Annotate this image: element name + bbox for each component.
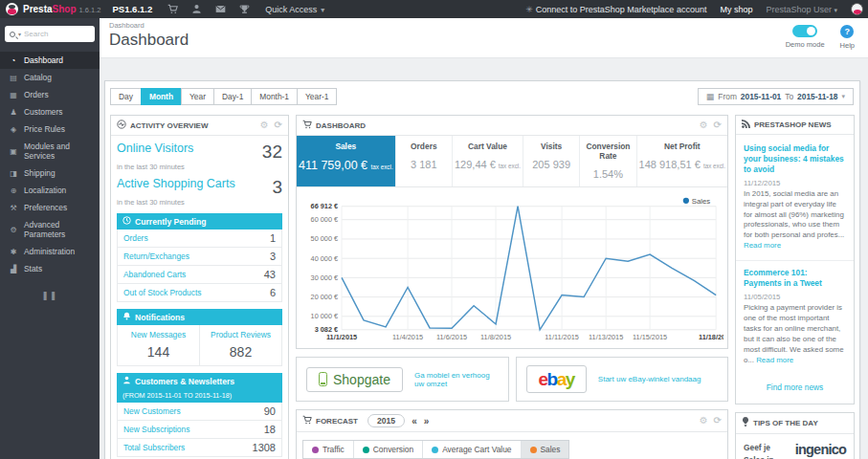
range-day-1-button[interactable]: Day-1 xyxy=(213,88,252,105)
customer-icon[interactable] xyxy=(191,4,202,14)
range-month-button[interactable]: Month xyxy=(141,88,182,105)
news-panel-title: PRESTASHOP NEWS xyxy=(754,120,832,129)
kpi-row: Sales 411 759,00 € tax excl. Orders 3 18… xyxy=(297,136,727,187)
date-toolbar: Day Month Year Day-1 Month-1 Year-1 ▦ Fr… xyxy=(111,88,854,105)
svg-text:11/13/2015: 11/13/2015 xyxy=(589,333,623,341)
sidebar-item-advanced-parameters[interactable]: ⚙Advanced Parameters xyxy=(0,216,100,243)
sidebar-item-dashboard[interactable]: ◔Dashboard xyxy=(0,52,100,69)
sidebar-item-catalog[interactable]: ▤Catalog xyxy=(0,69,100,86)
prev-year-button[interactable]: « xyxy=(412,416,417,426)
gear-icon[interactable]: ⚙ xyxy=(700,120,708,130)
gear-icon[interactable]: ⚙ xyxy=(260,120,269,130)
pending-row-returns[interactable]: Return/Exchanges3 xyxy=(117,248,282,266)
date-range-picker[interactable]: ▦ From2015-11-01 To2015-11-18 ▾ xyxy=(698,88,854,105)
svg-text:11/6/2015: 11/6/2015 xyxy=(436,333,467,341)
search-scope-caret-icon[interactable]: ▾ xyxy=(18,31,21,37)
sidebar-item-orders[interactable]: ▦Orders xyxy=(0,86,100,103)
refresh-icon[interactable]: ⟳ xyxy=(275,120,282,130)
user-menu[interactable]: PrestaShop User ▾ xyxy=(766,5,837,14)
news-article: Ecommerce 101: Payments in a Tweet 11/05… xyxy=(736,260,854,374)
gauge-icon: ◔ xyxy=(9,56,18,65)
sidebar-item-stats[interactable]: ▟Stats xyxy=(0,260,100,277)
page-header: Dashboard Dashboard Demo mode ? Help xyxy=(100,18,868,58)
envelope-icon[interactable] xyxy=(215,4,226,14)
read-more-link[interactable]: Read more xyxy=(744,241,781,250)
prestashop-logo[interactable] xyxy=(6,3,18,15)
svg-text:30 000 €: 30 000 € xyxy=(311,273,339,282)
range-month-1-button[interactable]: Month-1 xyxy=(251,88,298,105)
book-icon: ▤ xyxy=(9,74,18,82)
news-article-title[interactable]: Ecommerce 101: Payments in a Tweet xyxy=(744,268,846,289)
pending-row-orders[interactable]: Orders1 xyxy=(117,230,282,248)
breadcrumb[interactable]: Dashboard xyxy=(109,21,858,30)
refresh-icon[interactable]: ⟳ xyxy=(714,120,722,130)
sidebar-collapse-icon[interactable]: ❚❚ xyxy=(0,291,100,300)
customers-row-new-customers[interactable]: New Customers90 xyxy=(117,403,282,421)
range-day-button[interactable]: Day xyxy=(110,88,142,105)
customers-row-total-subscribers[interactable]: Total Subscribers1308 xyxy=(117,439,282,457)
ebay-ad[interactable]: ebay Start uw eBay-winkel vandaag xyxy=(516,357,729,402)
search-input[interactable] xyxy=(24,30,90,38)
sidebar-item-customers[interactable]: ♟Customers xyxy=(0,103,100,120)
forecast-legend-item[interactable]: Conversion xyxy=(354,441,423,458)
kpi-orders[interactable]: Orders 3 181 xyxy=(396,136,453,186)
find-more-news-link[interactable]: Find more news xyxy=(736,374,854,404)
sidebar-item-preferences[interactable]: ⚒Preferences xyxy=(0,199,100,216)
cart-icon[interactable] xyxy=(167,4,178,14)
marketplace-link[interactable]: ✳Connect to PrestaShop Marketplace accou… xyxy=(525,5,706,14)
help-icon[interactable]: ? xyxy=(840,25,854,38)
kpi-cart-value[interactable]: Cart Value 129,44 € tax excl. xyxy=(453,136,523,186)
news-article-title[interactable]: Using social media for your business: 4 … xyxy=(744,143,846,175)
trophy-icon[interactable] xyxy=(239,4,250,14)
read-more-link[interactable]: Read more xyxy=(756,356,793,364)
wrench-icon: ⚒ xyxy=(9,204,18,212)
kpi-sales[interactable]: Sales 411 759,00 € tax excl. xyxy=(297,136,396,186)
svg-text:11/15/2015: 11/15/2015 xyxy=(633,333,667,341)
sidebar-item-price-rules[interactable]: ◈Price Rules xyxy=(0,120,100,138)
next-year-button[interactable]: » xyxy=(424,416,430,426)
pending-row-out-of-stock[interactable]: Out of Stock Products6 xyxy=(117,284,282,302)
clock-icon xyxy=(122,216,131,227)
user-avatar[interactable] xyxy=(851,3,863,15)
range-year-1-button[interactable]: Year-1 xyxy=(297,88,337,105)
forecast-year[interactable]: 2015 xyxy=(367,414,405,427)
brand[interactable]: PrestaShop1.6.1.2 xyxy=(23,4,101,14)
marketplace-icon: ✳ xyxy=(525,5,533,14)
sidebar-item-shipping[interactable]: ◨Shipping xyxy=(0,164,100,182)
my-shop-link[interactable]: My shop xyxy=(720,5,752,14)
gear-icon[interactable]: ⚙ xyxy=(700,416,708,426)
ebay-link[interactable]: Start uw eBay-winkel vandaag xyxy=(598,375,701,383)
kpi-net-profit[interactable]: Net Profit 148 918,51 € tax excl. xyxy=(637,136,727,186)
range-button-group: Day Month Year Day-1 Month-1 Year-1 xyxy=(111,88,337,105)
shopgate-link[interactable]: Ga mobiel en verhoog uw omzet xyxy=(414,371,499,388)
svg-text:10 000 €: 10 000 € xyxy=(311,312,339,320)
sidebar-item-administration[interactable]: ✱Administration xyxy=(0,243,100,260)
customers-newsletters-header: Customers & Newsletters (FROM 2015-11-01… xyxy=(117,373,282,403)
kpi-conversion-rate[interactable]: Conversion Rate 1.54% xyxy=(580,136,636,186)
calendar-icon: ▦ xyxy=(706,92,715,101)
legend-dot xyxy=(432,447,438,453)
page-title: Dashboard xyxy=(109,31,858,50)
refresh-icon[interactable]: ⟳ xyxy=(714,416,722,426)
range-year-button[interactable]: Year xyxy=(181,88,214,105)
forecast-legend-item[interactable]: Sales xyxy=(522,441,569,458)
date-from: 2015-11-01 xyxy=(741,92,781,101)
legend-dot xyxy=(312,447,319,453)
shop-name[interactable]: PS1.6.1.2 xyxy=(113,4,153,14)
forecast-legend-item[interactable]: Average Cart Value xyxy=(423,441,521,458)
shopgate-ad[interactable]: Shopgate Ga mobiel en verhoog uw omzet xyxy=(296,357,509,402)
demo-mode-toggle[interactable] xyxy=(792,25,817,37)
shopgate-logo: Shopgate xyxy=(306,367,403,392)
customers-row-new-subscriptions[interactable]: New Subscriptions18 xyxy=(117,421,282,439)
sidebar-item-modules[interactable]: ▣Modules and Services xyxy=(0,138,100,164)
sidebar-item-localization[interactable]: ⊕Localization xyxy=(0,182,100,199)
notif-product-reviews[interactable]: Product Reviews 882 xyxy=(200,325,282,366)
pending-row-abandoned-carts[interactable]: Abandoned Carts43 xyxy=(117,266,282,284)
quick-access-menu[interactable]: Quick Access ▼ xyxy=(265,5,325,14)
sidebar-search[interactable]: ▾ xyxy=(5,26,95,42)
online-visitors[interactable]: Online Visitors 32 xyxy=(117,142,282,163)
notif-new-messages[interactable]: New Messages 144 xyxy=(117,325,200,366)
active-shopping-carts[interactable]: Active Shopping Carts 3 xyxy=(117,177,282,198)
forecast-legend-item[interactable]: Traffic xyxy=(303,441,354,458)
kpi-visits[interactable]: Visits 205 939 xyxy=(523,136,580,186)
